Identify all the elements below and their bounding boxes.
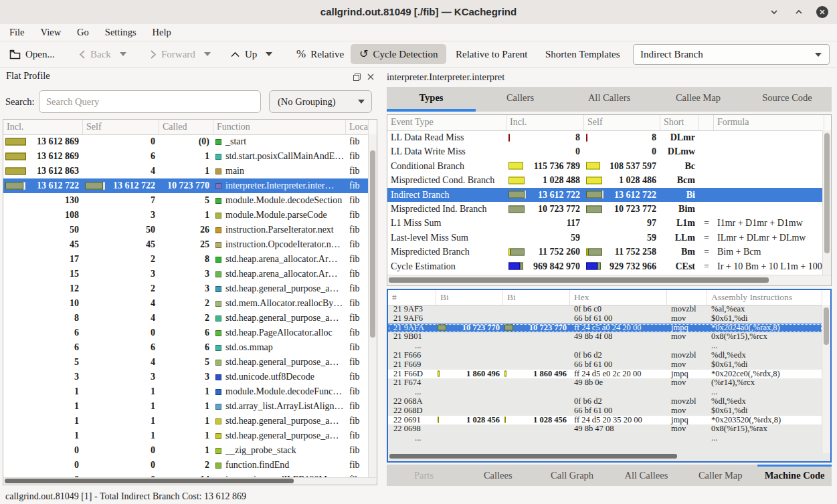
horizontal-scrollbar[interactable] <box>389 454 677 459</box>
column-header-bi[interactable]: Bi <box>503 290 570 305</box>
column-header-bi[interactable]: Bi <box>436 290 503 305</box>
column-header-called[interactable]: Called <box>159 120 213 134</box>
instruction-row[interactable]: 22 068D66 bf 61 00mov$0x61,%di <box>388 406 822 416</box>
table-row[interactable]: 454525instruction.OpcodeIterator.n…fib <box>3 237 369 252</box>
tab-all-callees[interactable]: All Callees <box>609 465 683 486</box>
minimize-button[interactable] <box>767 5 781 19</box>
instruction-row[interactable]: 22 068A0f b6 d2movzbl%dl,%edx <box>388 397 822 406</box>
tab-all-callers[interactable]: All Callers <box>565 87 654 112</box>
instruction-row[interactable]: 21 F66D1 860 4961 860 496ff 24 d5 e0 2c … <box>388 370 822 379</box>
column-header-incl-[interactable]: Incl. <box>3 120 83 134</box>
tab-machine-code[interactable]: Machine Code <box>757 465 832 486</box>
instruction-row[interactable]: ...... <box>388 388 822 397</box>
table-row[interactable]: L1 Miss Sum11797L1m=I1mr + D1mr + D1mw <box>387 216 824 230</box>
table-row[interactable]: Mispredicted Ind. Branch10 723 77210 723… <box>387 202 824 216</box>
scrollbar-thumb[interactable] <box>824 307 829 345</box>
column-header-spacer[interactable] <box>667 290 707 305</box>
table-row[interactable]: Last-level Miss Sum5959LLm=ILmr + DLmr +… <box>387 231 824 245</box>
menu-view[interactable]: View <box>33 24 70 41</box>
instruction-row[interactable]: ...... <box>388 342 822 351</box>
instruction-row[interactable]: 22 06911 028 4561 028 456ff 24 d5 20 35 … <box>388 416 822 425</box>
forward-dropdown-caret[interactable] <box>204 52 211 56</box>
column-header-self[interactable]: Self <box>584 115 660 130</box>
menu-settings[interactable]: Settings <box>97 24 145 41</box>
instruction-row[interactable]: 21 F66966 bf 61 00mov$0x61,%di <box>388 360 822 370</box>
column-header-loca[interactable]: Loca <box>346 120 369 134</box>
table-row[interactable]: 001__zig_probe_stackfib <box>3 443 369 458</box>
scrollbar-thumb[interactable] <box>389 277 769 283</box>
tab-callee-map[interactable]: Callee Map <box>654 87 743 112</box>
instruction-row[interactable]: ...... <box>388 434 822 443</box>
vertical-scrollbar[interactable] <box>822 130 831 275</box>
back-dropdown-caret[interactable] <box>120 52 126 56</box>
tab-call-graph[interactable]: Call Graph <box>535 465 610 486</box>
cycle-detection-button[interactable]: ↺ Cycle Detection <box>351 44 446 64</box>
instruction-row[interactable]: 21 9AF30f b6 c0movzbl%al,%eax <box>388 305 822 314</box>
column-header-event-type[interactable]: Event Type <box>387 115 506 130</box>
relative-button[interactable]: % Relative <box>296 41 344 67</box>
column-header-function[interactable]: Function <box>213 120 346 134</box>
table-row[interactable]: 13 612 86961std.start.posixCallMainAndE…… <box>3 149 369 164</box>
table-row[interactable]: 002function.findEndfib <box>3 458 369 473</box>
column-header-hex[interactable]: Hex <box>570 290 667 305</box>
instruction-row[interactable]: 21 9AF666 bf 61 00mov$0x61,%di <box>388 314 822 324</box>
instruction-row[interactable]: 21 F67449 8b 0emov(%r14),%rcx <box>388 378 822 388</box>
event-type-select[interactable]: Indirect Branch <box>633 44 830 65</box>
scrollbar-thumb[interactable] <box>824 133 830 253</box>
horizontal-scrollbar[interactable] <box>3 477 377 485</box>
tab-source-code[interactable]: Source Code <box>743 87 832 112</box>
table-row[interactable]: 545std.heap.general_purpose_a…fib <box>3 355 369 370</box>
column-header--[interactable]: # <box>388 290 436 305</box>
tab-callees[interactable]: Callees <box>461 465 535 486</box>
float-panel-button[interactable] <box>351 72 363 82</box>
table-row[interactable]: Conditional Branch115 736 789108 537 597… <box>387 159 824 173</box>
table-row[interactable]: 505026instruction.ParseIterator.nextfib <box>3 223 369 237</box>
back-button[interactable]: Back <box>79 41 126 67</box>
grouping-select[interactable]: (No Grouping) <box>269 90 372 113</box>
shorten-templates-button[interactable]: Shorten Templates <box>545 41 620 67</box>
instruction-row[interactable]: 22 069849 8b 47 08mov0x8(%r15),%rax <box>388 424 822 434</box>
table-row[interactable]: 13 612 86341mainfib <box>3 164 369 178</box>
forward-button[interactable]: Forward <box>150 41 211 67</box>
up-dropdown-caret[interactable] <box>266 52 272 56</box>
vertical-scrollbar[interactable] <box>822 305 830 453</box>
column-header-short[interactable]: Short <box>660 115 699 130</box>
column-header-self[interactable]: Self <box>83 120 159 134</box>
table-row[interactable]: 13 612 72213 612 72210 723 770interprete… <box>3 178 369 193</box>
scrollbar-thumb[interactable] <box>370 150 375 338</box>
table-row[interactable]: 1223std.heap.general_purpose_a…fib <box>3 281 369 296</box>
maximize-button[interactable] <box>792 5 806 19</box>
column-header-incl-[interactable]: Incl. <box>506 115 584 130</box>
scrollbar-thumb[interactable] <box>5 479 294 483</box>
table-row[interactable]: 111module.Module.decodeFunc…fib <box>3 384 369 399</box>
table-row[interactable]: Indirect Branch13 612 72213 612 722Bi <box>387 188 824 202</box>
table-row[interactable]: 666std.os.mmapfib <box>3 340 369 355</box>
horizontal-scrollbar[interactable] <box>387 275 831 285</box>
table-row[interactable]: LL Data Write Miss00DLmw <box>387 144 824 158</box>
column-header-assembly-instructions[interactable]: Assembly Instructions <box>707 290 822 305</box>
menu-file[interactable]: File <box>1 24 33 41</box>
up-button[interactable]: Up <box>230 41 272 67</box>
column-header-spacer[interactable] <box>699 115 714 130</box>
tab-callers[interactable]: Callers <box>476 87 565 112</box>
table-row[interactable]: 1533std.heap.arena_allocator.Ar…fib <box>3 267 369 281</box>
table-row[interactable]: 13075module.Module.decodeSectionfib <box>3 193 369 208</box>
table-row[interactable]: 1728std.heap.arena_allocator.Ar…fib <box>3 252 369 267</box>
table-row[interactable]: 111std.heap.general_purpose_a…fib <box>3 428 369 443</box>
table-row[interactable]: 111std.array_list.ArrayListAlign…fib <box>3 399 369 414</box>
table-row[interactable]: 606std.heap.PageAllocator.allocfib <box>3 326 369 340</box>
table-row[interactable]: 1042std.mem.Allocator.reallocBy…fib <box>3 296 369 311</box>
relative-to-parent-button[interactable]: Relative to Parent <box>456 41 527 67</box>
tab-types[interactable]: Types <box>387 87 476 112</box>
table-row[interactable]: Mispredicted Branch11 752 26011 752 258B… <box>387 245 824 259</box>
table-row[interactable]: 111std.heap.general_purpose_a…fib <box>3 414 369 428</box>
close-panel-button[interactable] <box>365 72 377 82</box>
table-row[interactable]: 10831module.Module.parseCodefib <box>3 208 369 223</box>
tab-caller-map[interactable]: Caller Map <box>683 465 757 486</box>
close-button[interactable] <box>815 5 830 19</box>
vertical-scrollbar[interactable] <box>368 134 377 478</box>
column-header-formula[interactable]: Formula <box>714 115 824 130</box>
table-row[interactable]: Cycle Estimation969 842 970929 732 966CE… <box>387 259 824 273</box>
open-button[interactable]: Open... <box>9 41 55 67</box>
instruction-row[interactable]: 21 F6660f b6 d2movzbl%dl,%edx <box>388 351 822 360</box>
